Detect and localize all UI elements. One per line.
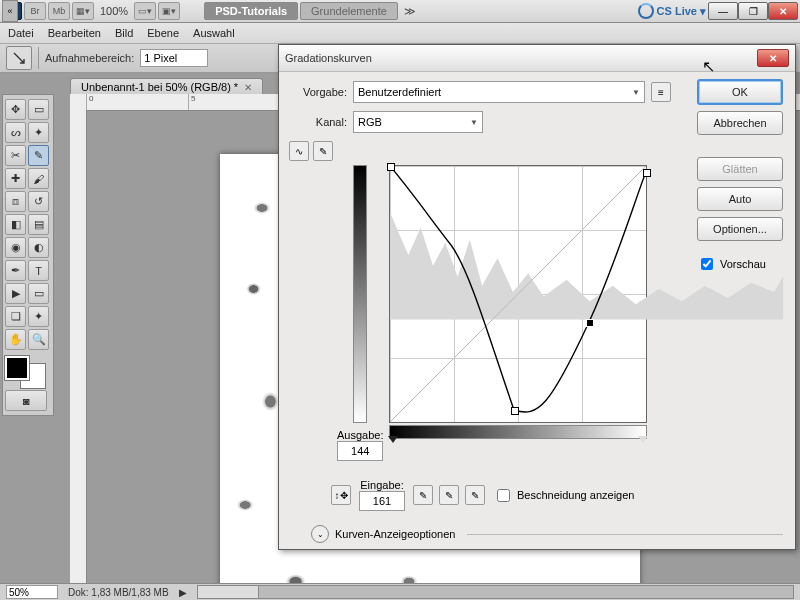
menu-bearbeiten[interactable]: Bearbeiten xyxy=(48,27,101,39)
tools-panel: ✥ ▭ ᔕ ✦ ✂ ✎ ✚ 🖌 ⧈ ↺ ◧ ▤ ◉ ◐ ✒ T ▶ ▭ ❏ ✦ … xyxy=(2,94,54,416)
pencil-mode-icon[interactable]: ✎ xyxy=(313,141,333,161)
hand-tool-icon[interactable]: ✋ xyxy=(5,329,26,350)
eyedropper-tool-icon[interactable]: ✎ xyxy=(28,145,49,166)
sample-size-label: Aufnahmebereich: xyxy=(45,52,134,64)
display-options-label: Kurven-Anzeigeoptionen xyxy=(335,528,455,540)
3d-camera-icon[interactable]: ✦ xyxy=(28,306,49,327)
marquee-tool-icon[interactable]: ▭ xyxy=(28,99,49,120)
curves-dialog: Gradationskurven ✕ OK Abbrechen Glätten … xyxy=(278,44,796,550)
target-adjust-icon[interactable]: ↕✥ xyxy=(331,485,351,505)
type-tool-icon[interactable]: T xyxy=(28,260,49,281)
output-field[interactable] xyxy=(337,441,383,461)
pen-tool-icon[interactable]: ✒ xyxy=(5,260,26,281)
menu-ebene[interactable]: Ebene xyxy=(147,27,179,39)
move-tool-icon[interactable]: ✥ xyxy=(5,99,26,120)
view-extras-icon[interactable]: ▦▾ xyxy=(72,2,94,20)
curve-point[interactable] xyxy=(387,163,395,171)
screenmode-icon[interactable]: ▣▾ xyxy=(158,2,180,20)
color-swatches[interactable] xyxy=(5,356,45,388)
ruler-corner[interactable] xyxy=(70,94,87,111)
workspace-tab-tutorials[interactable]: PSD-Tutorials xyxy=(204,2,298,20)
menu-bar: Datei Bearbeiten Bild Ebene Auswahl xyxy=(0,23,800,44)
lasso-tool-icon[interactable]: ᔕ xyxy=(5,122,26,143)
status-arrow-icon[interactable]: ▶ xyxy=(179,587,187,598)
curve-point[interactable] xyxy=(643,169,651,177)
curve-path xyxy=(390,166,646,422)
preset-menu-icon[interactable]: ≡ xyxy=(651,82,671,102)
status-doc-info: Dok: 1,83 MB/1,83 MB xyxy=(68,587,169,598)
curve-point-active[interactable] xyxy=(586,319,594,327)
white-eyedropper-icon[interactable]: ✎ xyxy=(465,485,485,505)
ok-button[interactable]: OK xyxy=(697,79,783,105)
window-close[interactable]: ✕ xyxy=(768,2,798,20)
fg-swatch[interactable] xyxy=(5,356,29,380)
dialog-close-icon[interactable]: ✕ xyxy=(757,49,789,67)
cslive-menu[interactable]: CS Live ▾ xyxy=(638,3,706,19)
curve-point[interactable] xyxy=(511,407,519,415)
h-scrollbar[interactable] xyxy=(197,585,794,599)
healing-tool-icon[interactable]: ✚ xyxy=(5,168,26,189)
curves-graph[interactable] xyxy=(389,165,647,423)
collapse-handle[interactable]: « xyxy=(2,0,18,22)
preset-dropdown[interactable]: Benutzerdefiniert▼ xyxy=(353,81,645,103)
curve-mode-icon[interactable]: ∿ xyxy=(289,141,309,161)
brush-tool-icon[interactable]: 🖌 xyxy=(28,168,49,189)
shape-tool-icon[interactable]: ▭ xyxy=(28,283,49,304)
gray-eyedropper-icon[interactable]: ✎ xyxy=(439,485,459,505)
menu-bild[interactable]: Bild xyxy=(115,27,133,39)
gradient-tool-icon[interactable]: ▤ xyxy=(28,214,49,235)
arrange-icon[interactable]: ▭▾ xyxy=(134,2,156,20)
menu-auswahl[interactable]: Auswahl xyxy=(193,27,235,39)
expand-options-icon[interactable]: ⌄ xyxy=(311,525,329,543)
dodge-tool-icon[interactable]: ◐ xyxy=(28,237,49,258)
preset-value: Benutzerdefiniert xyxy=(358,86,441,98)
path-select-icon[interactable]: ▶ xyxy=(5,283,26,304)
workspace-tab-basic[interactable]: Grundelemente xyxy=(300,2,398,20)
current-tool-icon[interactable] xyxy=(6,46,32,70)
wand-tool-icon[interactable]: ✦ xyxy=(28,122,49,143)
status-zoom-input[interactable] xyxy=(6,585,58,599)
channel-dropdown[interactable]: RGB▼ xyxy=(353,111,483,133)
zoom-value[interactable]: 100% xyxy=(96,5,132,17)
cancel-button[interactable]: Abbrechen xyxy=(697,111,783,135)
eraser-tool-icon[interactable]: ◧ xyxy=(5,214,26,235)
white-slider[interactable] xyxy=(638,436,648,443)
input-field[interactable] xyxy=(359,491,405,511)
history-brush-icon[interactable]: ↺ xyxy=(28,191,49,212)
clipping-checkbox[interactable] xyxy=(497,489,510,502)
ruler-vertical[interactable] xyxy=(70,110,87,584)
sample-size-input[interactable] xyxy=(140,49,208,67)
minibridge-icon[interactable]: Mb xyxy=(48,2,70,20)
dialog-titlebar[interactable]: Gradationskurven ✕ xyxy=(279,45,795,72)
black-slider[interactable] xyxy=(388,436,398,443)
black-eyedropper-icon[interactable]: ✎ xyxy=(413,485,433,505)
window-minimize[interactable]: — xyxy=(708,2,738,20)
channel-label: Kanal: xyxy=(291,116,347,128)
stamp-tool-icon[interactable]: ⧈ xyxy=(5,191,26,212)
output-gradient xyxy=(353,165,367,423)
output-label: Ausgabe: xyxy=(337,429,383,441)
window-maximize[interactable]: ❐ xyxy=(738,2,768,20)
3d-tool-icon[interactable]: ❏ xyxy=(5,306,26,327)
crop-tool-icon[interactable]: ✂ xyxy=(5,145,26,166)
dialog-title: Gradationskurven xyxy=(285,52,757,64)
more-workspaces[interactable]: ≫ xyxy=(400,5,420,18)
quickmask-icon[interactable]: ◙ xyxy=(5,390,47,411)
input-gradient xyxy=(389,425,647,439)
document-tab[interactable]: Unbenannt-1 bei 50% (RGB/8) * ✕ xyxy=(70,78,263,95)
zoom-tool-icon[interactable]: 🔍 xyxy=(28,329,49,350)
status-bar: Dok: 1,83 MB/1,83 MB ▶ xyxy=(0,583,800,600)
document-tab-label: Unbenannt-1 bei 50% (RGB/8) * xyxy=(81,81,238,93)
app-bar: Ps Br Mb ▦▾ 100% ▭▾ ▣▾ PSD-Tutorials Gru… xyxy=(0,0,800,23)
menu-datei[interactable]: Datei xyxy=(8,27,34,39)
blur-tool-icon[interactable]: ◉ xyxy=(5,237,26,258)
clipping-label: Beschneidung anzeigen xyxy=(517,489,634,501)
preset-label: Vorgabe: xyxy=(291,86,347,98)
input-label-text: Eingabe: xyxy=(359,479,405,491)
channel-value: RGB xyxy=(358,116,382,128)
close-tab-icon[interactable]: ✕ xyxy=(244,82,252,93)
bridge-icon[interactable]: Br xyxy=(24,2,46,20)
